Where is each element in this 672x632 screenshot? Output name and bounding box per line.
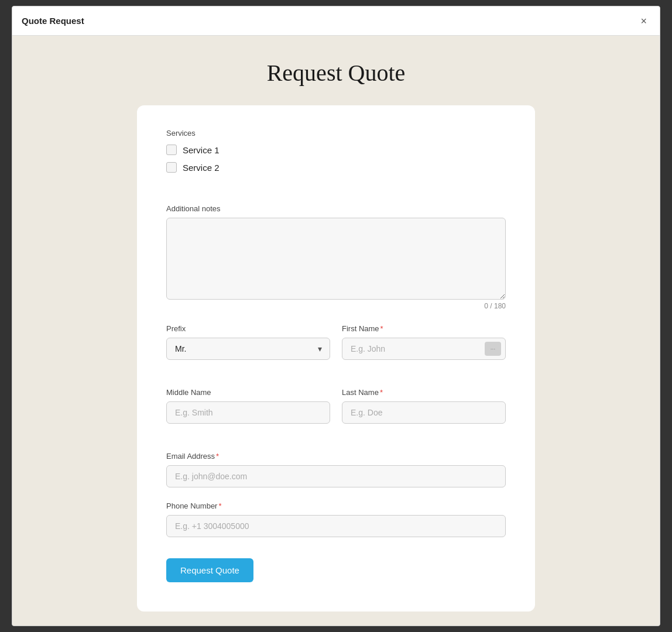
last-name-required: * <box>380 388 383 397</box>
first-name-input-wrapper: ··· <box>342 338 506 360</box>
phone-input[interactable] <box>166 515 506 537</box>
last-name-field: Last Name* <box>342 388 506 424</box>
services-label: Services <box>166 129 506 138</box>
phone-required: * <box>218 502 221 510</box>
prefix-label: Prefix <box>166 324 330 333</box>
additional-notes-field: Additional notes 0 / 180 <box>166 204 506 310</box>
modal-window: Quote Request × Request Quote Services S… <box>12 6 660 626</box>
prefix-firstname-row: Prefix Mr. Mrs. Ms. Dr. ▾ First Name* <box>166 324 506 374</box>
first-name-label: First Name* <box>342 324 506 333</box>
additional-notes-label: Additional notes <box>166 204 506 213</box>
service1-checkbox-item[interactable]: Service 1 <box>166 145 506 155</box>
service1-label: Service 1 <box>183 145 220 155</box>
char-count: 0 / 180 <box>166 302 506 310</box>
form-card: Services Service 1 Service 2 Additional … <box>137 105 535 612</box>
email-label: Email Address* <box>166 452 506 461</box>
service1-checkbox[interactable] <box>166 145 177 155</box>
last-name-label: Last Name* <box>342 388 506 397</box>
close-button[interactable]: × <box>637 15 650 28</box>
services-section: Services Service 1 Service 2 <box>166 129 506 190</box>
modal-title: Quote Request <box>22 16 84 26</box>
additional-notes-textarea[interactable] <box>166 218 506 300</box>
service2-checkbox-item[interactable]: Service 2 <box>166 162 506 173</box>
last-name-input[interactable] <box>342 401 506 424</box>
service2-label: Service 2 <box>183 163 220 173</box>
email-field: Email Address* <box>166 452 506 487</box>
prefix-field: Prefix Mr. Mrs. Ms. Dr. ▾ <box>166 324 330 360</box>
middle-name-input[interactable] <box>166 401 330 424</box>
page-title: Request Quote <box>267 59 406 87</box>
phone-field: Phone Number* <box>166 502 506 537</box>
middle-name-label: Middle Name <box>166 388 330 397</box>
checkbox-group: Service 1 Service 2 <box>166 145 506 173</box>
first-name-input[interactable] <box>342 338 506 360</box>
middle-name-field: Middle Name <box>166 388 330 424</box>
phone-label: Phone Number* <box>166 502 506 510</box>
modal-header: Quote Request × <box>12 6 660 36</box>
first-name-required: * <box>380 324 383 333</box>
service2-checkbox[interactable] <box>166 162 177 173</box>
modal-body: Request Quote Services Service 1 Service… <box>12 36 660 626</box>
submit-button[interactable]: Request Quote <box>166 558 253 582</box>
first-name-icon-button[interactable]: ··· <box>485 342 501 356</box>
email-required: * <box>216 452 219 461</box>
prefix-select[interactable]: Mr. Mrs. Ms. Dr. <box>166 338 330 360</box>
first-name-field: First Name* ··· <box>342 324 506 360</box>
middle-lastname-row: Middle Name Last Name* <box>166 388 506 438</box>
prefix-select-wrapper: Mr. Mrs. Ms. Dr. ▾ <box>166 338 330 360</box>
email-input[interactable] <box>166 465 506 487</box>
